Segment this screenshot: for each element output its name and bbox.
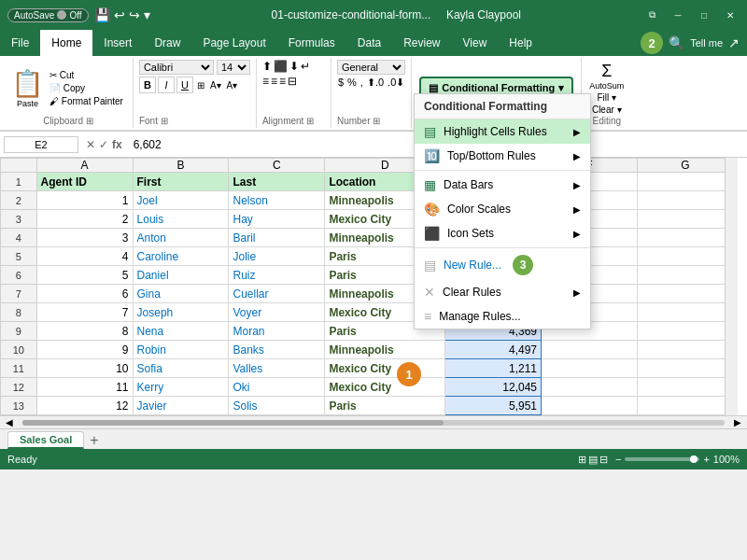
- undo-icon[interactable]: ↩: [114, 7, 125, 22]
- cell-C7[interactable]: Cuellar: [229, 285, 325, 303]
- cell-A12[interactable]: 11: [36, 378, 133, 397]
- cell-C11[interactable]: Valles: [229, 359, 325, 378]
- cell-E11[interactable]: 1,211: [445, 359, 542, 378]
- align-bottom-btn[interactable]: ⬇: [289, 60, 299, 73]
- col-header-C[interactable]: C: [229, 159, 325, 173]
- cell-G3[interactable]: [637, 210, 733, 229]
- zoom-out-btn[interactable]: −: [615, 454, 621, 465]
- tab-help[interactable]: Help: [498, 30, 543, 56]
- cell-G8[interactable]: [637, 303, 733, 322]
- redo-icon[interactable]: ↪: [129, 7, 140, 22]
- cell-G12[interactable]: [637, 378, 733, 397]
- close-btn[interactable]: ✕: [721, 6, 740, 24]
- cell-B10[interactable]: Robin: [133, 341, 229, 359]
- cell-A1[interactable]: Agent ID: [36, 173, 133, 191]
- insert-function-icon[interactable]: fx: [112, 138, 122, 151]
- menu-item-iconsets[interactable]: ⬛ Icon Sets ▶: [415, 221, 590, 245]
- cell-F10[interactable]: [542, 341, 638, 359]
- normal-view-btn[interactable]: ⊞: [578, 454, 586, 466]
- autosave-toggle[interactable]: AutoSave Off: [7, 8, 89, 22]
- horizontal-scrollbar-area[interactable]: ◀ ▶: [0, 415, 747, 428]
- col-header-G[interactable]: G: [637, 159, 733, 173]
- cell-G7[interactable]: [637, 285, 733, 303]
- tab-insert[interactable]: Insert: [92, 30, 143, 56]
- cell-B4[interactable]: Anton: [133, 229, 229, 247]
- tab-review[interactable]: Review: [392, 30, 451, 56]
- tab-formulas[interactable]: Formulas: [277, 30, 346, 56]
- cell-B7[interactable]: Gina: [133, 285, 229, 303]
- cell-G13[interactable]: [637, 397, 733, 415]
- name-box[interactable]: [4, 136, 78, 153]
- scroll-right-btn[interactable]: ▶: [728, 417, 747, 427]
- cell-E10[interactable]: 4,497: [445, 341, 542, 359]
- cell-A4[interactable]: 3: [36, 229, 133, 247]
- vertical-scrollbar[interactable]: [725, 158, 738, 415]
- cell-C10[interactable]: Banks: [229, 341, 325, 359]
- cell-A9[interactable]: 8: [36, 322, 133, 341]
- cell-D12[interactable]: Mexico City: [325, 378, 445, 397]
- cut-btn[interactable]: ✂ Cut: [48, 69, 125, 81]
- cell-B3[interactable]: Louis: [133, 210, 229, 229]
- autosum-btn[interactable]: Σ AutoSum: [589, 62, 624, 91]
- cell-B5[interactable]: Caroline: [133, 247, 229, 266]
- cell-B1[interactable]: First: [133, 173, 229, 191]
- font-size-select[interactable]: 14: [217, 60, 250, 75]
- number-format-select[interactable]: General: [337, 60, 405, 75]
- decrease-decimal-btn[interactable]: .0⬇: [387, 77, 405, 89]
- align-right-btn[interactable]: ≡: [279, 75, 286, 88]
- col-header-A[interactable]: A: [36, 159, 133, 173]
- customize-icon[interactable]: ▾: [144, 7, 150, 22]
- align-top-btn[interactable]: ⬆: [262, 60, 272, 73]
- tab-pagelayout[interactable]: Page Layout: [191, 30, 276, 56]
- scroll-left-btn[interactable]: ◀: [0, 417, 19, 427]
- menu-item-clearrules[interactable]: ✕ Clear Rules ▶: [415, 280, 590, 304]
- menu-item-managerules[interactable]: ≡ Manage Rules...: [415, 304, 590, 329]
- font-color-btn[interactable]: A▾: [225, 80, 240, 91]
- cell-D11[interactable]: Mexico City: [325, 359, 445, 378]
- cell-C2[interactable]: Nelson: [229, 191, 325, 210]
- confirm-formula-icon[interactable]: ✓: [99, 138, 108, 151]
- cell-D13[interactable]: Paris: [325, 397, 445, 415]
- cell-B9[interactable]: Nena: [133, 322, 229, 341]
- cell-G2[interactable]: [637, 191, 733, 210]
- tab-data[interactable]: Data: [346, 30, 392, 56]
- cell-B12[interactable]: Kerry: [133, 378, 229, 397]
- cell-F12[interactable]: [542, 378, 638, 397]
- percent-btn[interactable]: %: [346, 77, 358, 89]
- fill-color-btn[interactable]: A▾: [208, 80, 223, 91]
- menu-item-newrule[interactable]: ▤ New Rule... 3: [415, 250, 590, 280]
- cell-F13[interactable]: [542, 397, 638, 415]
- cell-B8[interactable]: Joseph: [133, 303, 229, 322]
- cell-G6[interactable]: [637, 266, 733, 285]
- cell-C3[interactable]: Hay: [229, 210, 325, 229]
- cell-C1[interactable]: Last: [229, 173, 325, 191]
- cell-G1[interactable]: [637, 173, 733, 191]
- increase-decimal-btn[interactable]: ⬆.0: [366, 77, 385, 89]
- cell-C6[interactable]: Ruiz: [229, 266, 325, 285]
- tell-me-label[interactable]: Tell me: [690, 37, 723, 49]
- share-icon[interactable]: ↗: [728, 35, 740, 50]
- minimize-btn[interactable]: ─: [669, 6, 687, 24]
- align-middle-btn[interactable]: ⬛: [274, 60, 288, 73]
- cell-B13[interactable]: Javier: [133, 397, 229, 415]
- italic-btn[interactable]: I: [158, 77, 175, 93]
- border-btn[interactable]: ⊞: [195, 80, 206, 91]
- sheet-tab-salesgoal[interactable]: Sales Goal: [7, 431, 84, 449]
- cell-C5[interactable]: Jolie: [229, 247, 325, 266]
- zoom-slider[interactable]: [625, 457, 699, 461]
- menu-item-topbottom[interactable]: 🔟 Top/Bottom Rules ▶: [415, 144, 590, 168]
- cell-A7[interactable]: 6: [36, 285, 133, 303]
- cell-B11[interactable]: Sofia: [133, 359, 229, 378]
- menu-item-highlight[interactable]: ▤ Highlight Cells Rules ▶: [415, 119, 590, 144]
- cell-A8[interactable]: 7: [36, 303, 133, 322]
- format-painter-btn[interactable]: 🖌 Format Painter: [48, 95, 125, 107]
- cell-G10[interactable]: [637, 341, 733, 359]
- paste-btn[interactable]: 📋 Paste: [11, 68, 44, 108]
- cell-C9[interactable]: Moran: [229, 322, 325, 341]
- cell-F11[interactable]: [542, 359, 638, 378]
- sheet-tab-add[interactable]: +: [90, 432, 98, 449]
- cell-E13[interactable]: 5,951: [445, 397, 542, 415]
- zoom-in-btn[interactable]: +: [703, 454, 709, 465]
- cell-E12[interactable]: 12,045: [445, 378, 542, 397]
- merge-btn[interactable]: ⊟: [288, 75, 297, 88]
